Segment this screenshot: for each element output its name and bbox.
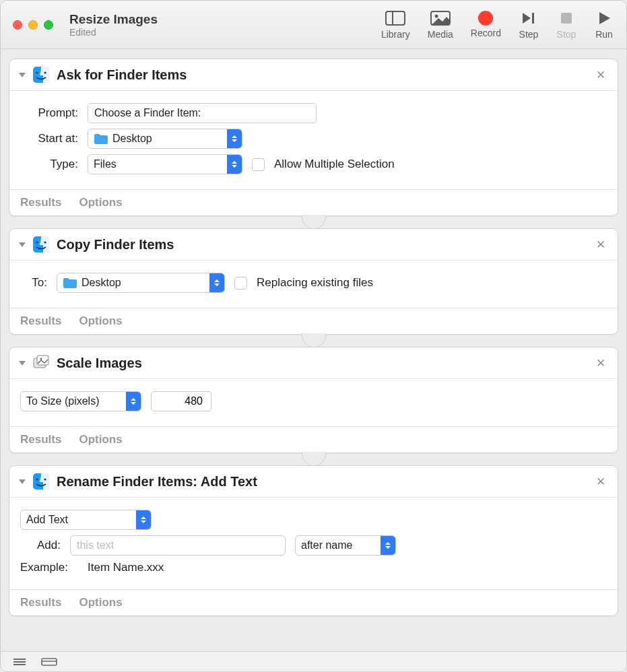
media-icon	[430, 9, 451, 27]
minimize-window-button[interactable]	[28, 20, 38, 30]
svg-rect-21	[42, 659, 57, 665]
svg-point-17	[44, 478, 46, 480]
svg-point-16	[36, 478, 38, 480]
options-tab[interactable]: Options	[79, 196, 122, 209]
stop-button: Stop	[556, 9, 576, 40]
results-tab[interactable]: Results	[20, 433, 61, 446]
example-value: Item Name.xxx	[88, 561, 164, 574]
action-connector	[9, 215, 618, 229]
scale-mode-popup[interactable]: To Size (pixels)	[20, 391, 141, 411]
run-button[interactable]: Run	[594, 9, 614, 40]
replace-label: Replacing existing files	[257, 276, 373, 290]
media-button[interactable]: Media	[428, 9, 453, 40]
disclosure-triangle[interactable]	[19, 242, 26, 247]
svg-point-8	[44, 71, 46, 73]
to-popup[interactable]: Desktop	[57, 273, 225, 293]
finder-icon	[32, 473, 50, 490]
action-copy-finder-items: Copy Finder Items ✕ To: Desktop Replacin…	[9, 228, 618, 335]
action-scale-images: Scale Images ✕ To Size (pixels) Results …	[9, 347, 618, 453]
options-tab[interactable]: Options	[79, 596, 122, 609]
remove-action-button[interactable]: ✕	[593, 356, 608, 370]
record-icon	[478, 11, 493, 26]
startat-popup[interactable]: Desktop	[88, 129, 242, 149]
step-button[interactable]: Step	[519, 9, 539, 40]
disclosure-triangle[interactable]	[19, 73, 26, 77]
example-label: Example:	[20, 561, 78, 574]
toolbar: Library Media Record Step Stop Run	[381, 9, 614, 40]
results-tab[interactable]: Results	[20, 314, 61, 328]
options-tab[interactable]: Options	[79, 314, 122, 328]
allow-multiple-label: Allow Multiple Selection	[274, 158, 395, 171]
workflow-area: Ask for Finder Items ✕ Prompt: Start at:…	[1, 49, 626, 651]
prompt-input[interactable]	[88, 103, 317, 123]
action-title: Rename Finder Items: Add Text	[57, 474, 593, 490]
remove-action-button[interactable]: ✕	[593, 238, 608, 252]
to-label: To:	[20, 276, 47, 290]
type-popup[interactable]: Files	[88, 154, 242, 174]
disclosure-triangle[interactable]	[19, 479, 26, 484]
prompt-label: Prompt:	[20, 106, 78, 120]
remove-action-button[interactable]: ✕	[593, 475, 608, 489]
preview-icon	[32, 354, 50, 372]
close-window-button[interactable]	[13, 20, 22, 30]
log-view-button[interactable]	[13, 657, 26, 667]
results-tab[interactable]: Results	[20, 596, 61, 609]
scale-size-input[interactable]	[151, 391, 211, 411]
window-controls	[13, 20, 53, 30]
action-title: Ask for Finder Items	[57, 67, 593, 83]
remove-action-button[interactable]: ✕	[593, 68, 608, 82]
rename-mode-popup[interactable]: Add Text	[20, 510, 152, 530]
workflow-view-button[interactable]	[41, 657, 57, 667]
action-ask-for-finder-items: Ask for Finder Items ✕ Prompt: Start at:…	[9, 59, 618, 216]
svg-point-7	[36, 71, 38, 73]
add-text-input[interactable]	[70, 535, 286, 556]
svg-point-10	[36, 241, 38, 243]
add-label: Add:	[20, 539, 61, 552]
document-status: Edited	[69, 27, 158, 38]
svg-point-14	[40, 358, 42, 360]
library-icon	[385, 9, 405, 27]
action-connector	[9, 334, 618, 347]
status-bar	[1, 651, 626, 671]
allow-multiple-checkbox[interactable]	[252, 158, 265, 171]
zoom-window-button[interactable]	[44, 20, 53, 30]
position-popup[interactable]: after name	[295, 535, 396, 556]
folder-icon	[94, 133, 108, 145]
stop-icon	[556, 9, 576, 27]
svg-rect-4	[532, 13, 534, 24]
record-button[interactable]: Record	[471, 9, 501, 38]
svg-point-11	[44, 241, 46, 243]
library-button[interactable]: Library	[381, 9, 410, 40]
document-title: Resize Images	[69, 12, 158, 27]
svg-rect-0	[386, 11, 405, 25]
action-title: Copy Finder Items	[57, 237, 593, 253]
disclosure-triangle[interactable]	[19, 361, 26, 366]
action-title: Scale Images	[57, 356, 593, 371]
type-label: Type:	[20, 158, 78, 171]
svg-rect-5	[561, 13, 572, 24]
step-icon	[519, 9, 539, 27]
titlebar: Resize Images Edited Library Media Recor…	[1, 1, 626, 49]
play-icon	[594, 9, 614, 27]
replace-checkbox[interactable]	[234, 277, 247, 290]
finder-icon	[32, 66, 50, 83]
folder-icon	[63, 277, 77, 289]
action-rename-finder-items: Rename Finder Items: Add Text ✕ Add Text…	[9, 465, 618, 616]
results-tab[interactable]: Results	[20, 196, 61, 209]
startat-label: Start at:	[20, 132, 78, 145]
finder-icon	[32, 236, 50, 253]
svg-point-3	[434, 15, 438, 18]
action-connector	[9, 452, 618, 466]
options-tab[interactable]: Options	[79, 433, 122, 446]
